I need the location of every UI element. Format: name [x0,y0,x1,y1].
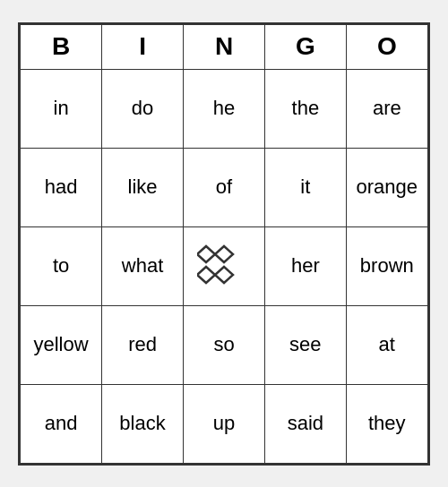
cell-r2c1: had [21,148,102,226]
cell-r2c3: of [183,148,264,226]
table-row: and black up said they [21,384,428,463]
cell-r5c4: said [265,384,347,463]
bingo-table: B I N G O in do he the are had like of i… [20,24,428,464]
cell-r3c2: what [102,226,184,305]
cell-r2c4: it [265,148,347,226]
cell-r5c5: they [346,384,427,463]
cell-r1c5: are [346,69,427,148]
cell-r4c1: yellow [21,305,102,384]
cell-r1c4: the [265,69,347,148]
cell-r4c3: so [183,305,264,384]
cell-r4c5: at [346,305,427,384]
cell-r5c2: black [102,384,184,463]
cell-r2c2: like [102,148,184,226]
svg-marker-0 [197,246,215,262]
svg-marker-1 [215,246,233,262]
cell-r5c3: up [183,384,264,463]
cell-r1c1: in [21,69,102,148]
svg-marker-2 [197,267,215,283]
cell-r3c1: to [21,226,102,305]
header-i: I [102,24,184,69]
cell-r3c5: brown [346,226,427,305]
cell-r1c3: he [183,69,264,148]
table-row: had like of it orange [21,148,428,226]
cell-r4c2: red [102,305,184,384]
free-space-icon [197,242,251,291]
header-n: N [183,24,264,69]
cell-r4c4: see [265,305,347,384]
header-g: G [265,24,347,69]
header-o: O [346,24,427,69]
header-b: B [21,24,102,69]
cell-r2c5: orange [346,148,427,226]
table-row: yellow red so see at [21,305,428,384]
bingo-card: B I N G O in do he the are had like of i… [18,22,430,466]
svg-marker-3 [215,267,233,283]
table-row: in do he the are [21,69,428,148]
header-row: B I N G O [21,24,428,69]
free-space-cell [183,226,264,305]
cell-r3c4: her [265,226,347,305]
cell-r5c1: and [21,384,102,463]
table-row: to what her brown [21,226,428,305]
cell-r1c2: do [102,69,184,148]
